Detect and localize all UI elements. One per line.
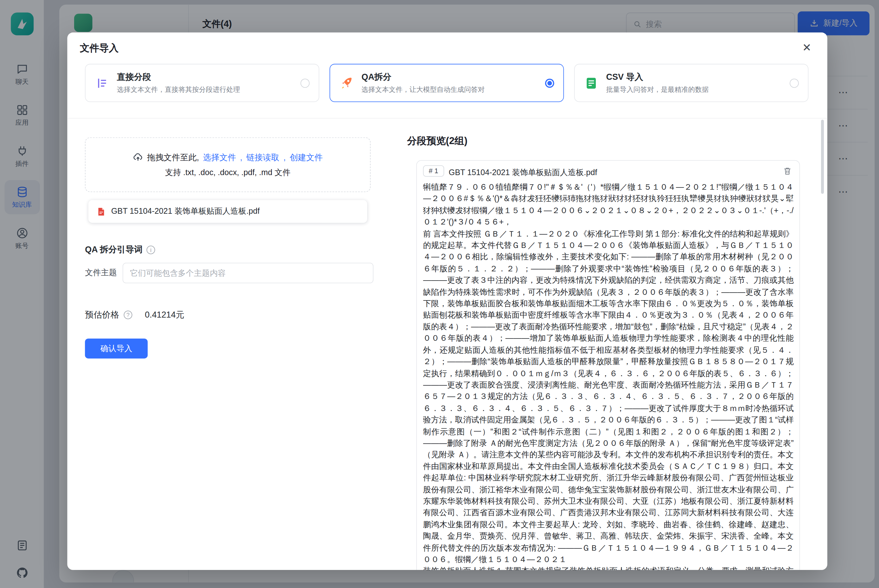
csv-icon: [584, 76, 599, 90]
upload-cloud-icon: [133, 152, 143, 162]
pdf-icon: [96, 207, 106, 217]
drag-hint-text: 拖拽文件至此,: [147, 152, 199, 163]
import-mode-options: 直接分段 选择文本文件，直接将其按分段进行处理 QA拆分 选择文本文件，: [85, 64, 808, 102]
help-icon[interactable]: ?: [124, 310, 132, 319]
topic-row: 文件主题: [85, 263, 373, 284]
radio-qa-split[interactable]: [545, 78, 554, 88]
option-qa-split[interactable]: QA拆分 选择文本文件，让大模型自动生成问答对: [329, 64, 564, 102]
file-import-modal: 文件导入 ✕ 直接分段 选择文本文件，直接将其按分段进行处理: [67, 33, 827, 570]
chunk-file-title: GBT 15104-2021 装饰单板贴面人造板.pdf: [449, 168, 597, 178]
option-direct-segment[interactable]: 直接分段 选择文本文件，直接将其按分段进行处理: [85, 64, 319, 102]
link-separator: ,: [240, 153, 242, 162]
radio-direct-segment[interactable]: [301, 78, 310, 88]
chunk-index-badge: # 1: [423, 165, 444, 177]
chunk-text[interactable]: 犐犆犛７９．０６０犆犆犛犅７０!"＃＄％＆'（'）*犌犅／犜１５１０４—２０２１…: [423, 181, 794, 570]
uploaded-file-item[interactable]: GBT 15104-2021 装饰单板贴面人造板.pdf: [89, 200, 367, 223]
supported-formats-text: 支持 .txt, .doc, .docx, .pdf, .md 文件: [165, 167, 290, 177]
option-title: CSV 导入: [606, 72, 709, 82]
link-separator: ,: [284, 153, 286, 162]
segment-icon: [95, 76, 110, 90]
create-file-link[interactable]: 创建文件: [290, 152, 323, 163]
preview-chunk-card: # 1 GBT 15104-2021 装饰单板贴面人造板.pdf 犐犆犛７９．０…: [416, 160, 800, 570]
close-icon[interactable]: ✕: [799, 39, 815, 55]
modal-scrollbar[interactable]: [821, 120, 824, 194]
topic-input[interactable]: [123, 263, 373, 284]
info-icon[interactable]: i: [147, 246, 155, 254]
option-desc: 选择文本文件，让大模型自动生成问答对: [361, 84, 485, 94]
option-desc: 选择文本文件，直接将其按分段进行处理: [117, 84, 240, 94]
price-row: 预估价格 ? 0.41214元: [85, 309, 184, 320]
rocket-icon: [339, 76, 354, 90]
uploaded-file-name: GBT 15104-2021 装饰单板贴面人造板.pdf: [111, 207, 260, 217]
delete-chunk-icon[interactable]: [783, 166, 792, 176]
select-file-link[interactable]: 选择文件: [203, 152, 236, 163]
price-label: 预估价格: [85, 309, 119, 320]
file-drop-area[interactable]: 拖拽文件至此, 选择文件, 链接读取, 创建文件 支持 .txt, .doc, …: [85, 137, 371, 192]
radio-csv-import[interactable]: [790, 78, 799, 88]
modal-title: 文件导入: [80, 42, 119, 54]
option-csv-import[interactable]: CSV 导入 批量导入问答对，是最精准的数据: [574, 64, 809, 102]
modal-divider: [67, 118, 827, 119]
price-value: 0.41214元: [145, 309, 184, 320]
option-title: 直接分段: [117, 72, 240, 82]
screen: 聊天 应用 插件 知识库: [0, 0, 879, 588]
preview-heading: 分段预览(2组): [407, 135, 467, 147]
option-title: QA拆分: [361, 72, 485, 82]
link-read-link[interactable]: 链接读取: [246, 152, 279, 163]
qa-guide-row: QA 拆分引导词 i: [85, 244, 155, 255]
topic-label: 文件主题: [85, 268, 117, 278]
option-desc: 批量导入问答对，是最精准的数据: [606, 84, 709, 94]
confirm-import-button[interactable]: 确认导入: [85, 339, 147, 358]
qa-guide-label: QA 拆分引导词: [85, 244, 143, 255]
